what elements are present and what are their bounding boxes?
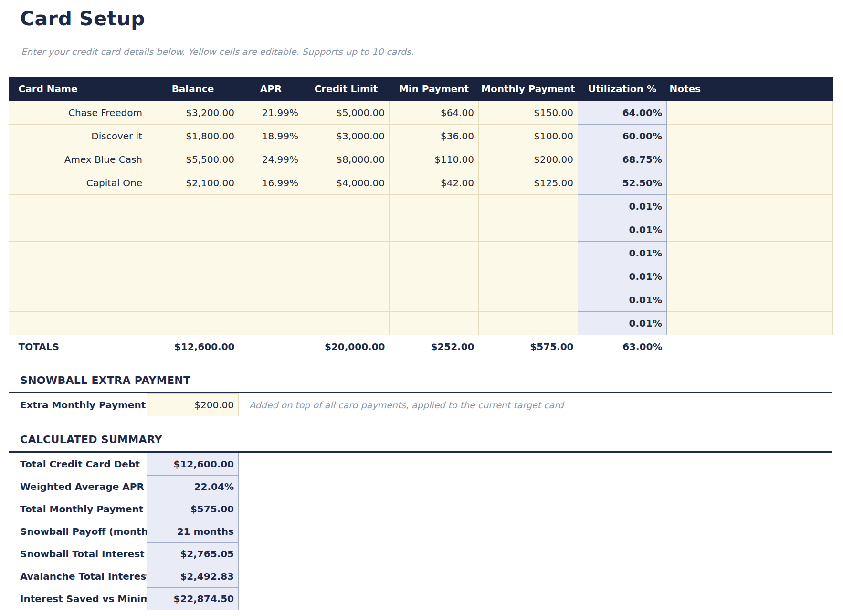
extra-payment-input[interactable]: $200.00	[147, 393, 239, 416]
card-row: 0.01%	[9, 218, 833, 242]
snowball-section-heading: SNOWBALL EXTRA PAYMENT	[20, 374, 843, 386]
notes-cell[interactable]	[667, 101, 833, 125]
balance-cell[interactable]	[147, 195, 239, 218]
summary-label: Total Monthly Payment	[9, 503, 147, 515]
balance-cell[interactable]: $3,200.00	[147, 101, 239, 125]
apr-cell[interactable]: 16.99%	[239, 171, 303, 195]
card-name-cell[interactable]	[9, 195, 147, 218]
header-monthly-payment: Monthly Payment	[479, 77, 578, 101]
credit-limit-cell[interactable]: $8,000.00	[303, 148, 390, 171]
monthly-payment-cell[interactable]	[479, 312, 578, 335]
apr-cell[interactable]	[239, 218, 303, 242]
min-payment-cell[interactable]	[390, 218, 479, 242]
min-payment-cell[interactable]: $64.00	[390, 101, 479, 125]
card-name-cell[interactable]: Capital One	[9, 171, 147, 195]
credit-limit-cell[interactable]	[303, 312, 390, 335]
card-row: Chase Freedom $3,200.00 21.99% $5,000.00…	[9, 101, 833, 125]
notes-cell[interactable]	[667, 265, 833, 288]
monthly-payment-cell[interactable]	[479, 195, 578, 218]
page-title: Card Setup	[20, 8, 843, 30]
summary-label: Interest Saved vs Minim	[9, 593, 147, 605]
notes-cell[interactable]	[667, 125, 833, 148]
totals-min-payment: $252.00	[390, 335, 479, 359]
header-notes: Notes	[667, 77, 833, 101]
card-name-cell[interactable]	[9, 218, 147, 242]
min-payment-cell[interactable]: $36.00	[390, 125, 479, 148]
extra-payment-label: Extra Monthly Payment	[9, 399, 147, 411]
summary-value: $12,600.00	[147, 453, 239, 476]
credit-limit-cell[interactable]	[303, 288, 390, 312]
balance-cell[interactable]: $5,500.00	[147, 148, 239, 171]
apr-cell[interactable]	[239, 312, 303, 335]
notes-cell[interactable]	[667, 195, 833, 218]
utilization-cell: 0.01%	[578, 288, 667, 312]
card-name-cell[interactable]	[9, 242, 147, 265]
summary-value: $22,874.50	[147, 587, 239, 610]
balance-cell[interactable]	[147, 242, 239, 265]
monthly-payment-cell[interactable]: $200.00	[479, 148, 578, 171]
balance-cell[interactable]	[147, 218, 239, 242]
credit-limit-cell[interactable]: $4,000.00	[303, 171, 390, 195]
monthly-payment-cell[interactable]	[479, 265, 578, 288]
apr-cell[interactable]: 18.99%	[239, 125, 303, 148]
balance-cell[interactable]: $1,800.00	[147, 125, 239, 148]
card-name-cell[interactable]: Amex Blue Cash	[9, 148, 147, 171]
card-name-cell[interactable]	[9, 312, 147, 335]
min-payment-cell[interactable]	[390, 242, 479, 265]
credit-limit-cell[interactable]: $3,000.00	[303, 125, 390, 148]
card-name-cell[interactable]	[9, 288, 147, 312]
monthly-payment-cell[interactable]	[479, 288, 578, 312]
credit-limit-cell[interactable]	[303, 265, 390, 288]
summary-label: Snowball Total Interest	[9, 548, 147, 560]
notes-cell[interactable]	[667, 148, 833, 171]
monthly-payment-cell[interactable]	[479, 218, 578, 242]
balance-cell[interactable]: $2,100.00	[147, 171, 239, 195]
credit-limit-cell[interactable]	[303, 242, 390, 265]
apr-cell[interactable]	[239, 195, 303, 218]
cards-table-header: Card Name Balance APR Credit Limit Min P…	[9, 77, 833, 101]
min-payment-cell[interactable]: $42.00	[390, 171, 479, 195]
apr-cell[interactable]: 24.99%	[239, 148, 303, 171]
card-row: 0.01%	[9, 195, 833, 218]
notes-cell[interactable]	[667, 312, 833, 335]
balance-cell[interactable]	[147, 312, 239, 335]
monthly-payment-cell[interactable]: $100.00	[479, 125, 578, 148]
notes-cell[interactable]	[667, 288, 833, 312]
min-payment-cell[interactable]	[390, 312, 479, 335]
calculated-summary: Total Credit Card Debt $12,600.00 Weight…	[9, 453, 843, 610]
apr-cell[interactable]	[239, 242, 303, 265]
card-name-cell[interactable]	[9, 265, 147, 288]
balance-cell[interactable]	[147, 265, 239, 288]
monthly-payment-cell[interactable]	[479, 242, 578, 265]
apr-cell[interactable]	[239, 265, 303, 288]
summary-value: $575.00	[147, 498, 239, 520]
summary-value: $2,492.83	[147, 565, 239, 588]
summary-row: Avalanche Total Interest $2,492.83	[9, 565, 843, 588]
card-name-cell[interactable]: Chase Freedom	[9, 101, 147, 125]
monthly-payment-cell[interactable]: $150.00	[479, 101, 578, 125]
notes-cell[interactable]	[667, 242, 833, 265]
header-card-name: Card Name	[9, 77, 147, 101]
monthly-payment-cell[interactable]: $125.00	[479, 171, 578, 195]
min-payment-cell[interactable]	[390, 195, 479, 218]
card-name-cell[interactable]: Discover it	[9, 125, 147, 148]
min-payment-cell[interactable]: $110.00	[390, 148, 479, 171]
apr-cell[interactable]: 21.99%	[239, 101, 303, 125]
credit-limit-cell[interactable]: $5,000.00	[303, 101, 390, 125]
totals-monthly-payment: $575.00	[479, 335, 578, 359]
min-payment-cell[interactable]	[390, 265, 479, 288]
card-setup-page: Card Setup Enter your credit card detail…	[0, 8, 843, 616]
card-row: 0.01%	[9, 288, 833, 312]
min-payment-cell[interactable]	[390, 288, 479, 312]
summary-row: Weighted Average APR 22.04%	[9, 475, 843, 498]
summary-value: $2,765.05	[147, 542, 239, 565]
notes-cell[interactable]	[667, 218, 833, 242]
utilization-cell: 52.50%	[578, 171, 667, 195]
balance-cell[interactable]	[147, 288, 239, 312]
utilization-cell: 0.01%	[578, 242, 667, 265]
notes-cell[interactable]	[667, 171, 833, 195]
credit-limit-cell[interactable]	[303, 195, 390, 218]
utilization-cell: 0.01%	[578, 265, 667, 288]
credit-limit-cell[interactable]	[303, 218, 390, 242]
apr-cell[interactable]	[239, 288, 303, 312]
